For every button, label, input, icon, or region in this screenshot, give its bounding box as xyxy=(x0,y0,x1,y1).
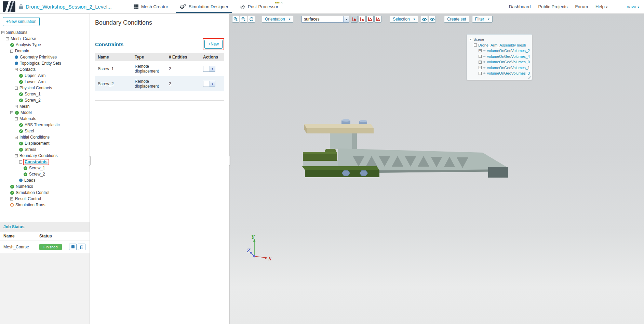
tree-item-simulations[interactable]: −Simulations xyxy=(0,29,90,36)
nav-dashboard[interactable]: Dashboard xyxy=(509,4,531,9)
tree-item-constraints[interactable]: −Constraints xyxy=(0,159,90,165)
tab-mesh-creator[interactable]: Mesh Creator xyxy=(128,0,174,13)
tab-post-processor[interactable]: BETA Post-Processor xyxy=(234,0,284,13)
mesh-quality-toggle-1[interactable] xyxy=(351,16,358,23)
tree-item-simulation-runs[interactable]: Simulation Runs xyxy=(0,202,90,208)
scene-volume[interactable]: +volumeOnGeoVolumes_3 xyxy=(469,70,530,76)
eye-icon[interactable] xyxy=(483,49,486,52)
eye-icon[interactable] xyxy=(483,61,486,63)
expand-icon[interactable]: + xyxy=(479,72,482,75)
collapse-icon[interactable]: − xyxy=(6,37,9,40)
collapse-icon[interactable]: − xyxy=(469,38,472,41)
expand-icon[interactable]: + xyxy=(10,197,13,200)
scene-mesh[interactable]: −Drone_Arm_Assembly mesh xyxy=(469,42,530,48)
tree-item-label[interactable]: Loads xyxy=(24,178,36,183)
tree-item-physical-contacts[interactable]: −Physical Contacts xyxy=(0,85,90,91)
collapse-icon[interactable]: − xyxy=(15,154,18,157)
hide-selected-button[interactable] xyxy=(421,16,428,23)
scene-item-label[interactable]: Scene xyxy=(473,37,484,41)
tree-item-label[interactable]: Topological Entity Sets xyxy=(20,61,61,66)
nav-public-projects[interactable]: Public Projects xyxy=(538,4,567,9)
scene-item-label[interactable]: volumeOnGeoVolumes_3 xyxy=(487,71,530,75)
tree-item-label[interactable]: ABS Thermoplastic xyxy=(25,122,60,127)
tree-item-label[interactable]: Upper_Arm xyxy=(25,73,45,78)
collapse-icon[interactable]: − xyxy=(15,68,18,71)
tree-item-analysis-type[interactable]: ✓Analysis Type xyxy=(0,42,90,48)
tree-item-screw-2[interactable]: ✓Screw_2 xyxy=(0,171,90,177)
tree-item-abs-thermoplastic[interactable]: ✓ABS Thermoplastic xyxy=(0,122,90,128)
collapse-icon[interactable]: − xyxy=(10,50,13,53)
tree-item-topological-entity-sets[interactable]: Topological Entity Sets xyxy=(0,60,90,66)
row-actions-dropdown[interactable]: ▼ xyxy=(203,66,215,72)
tab-simulation-designer[interactable]: Simulation Designer xyxy=(174,0,234,13)
tree-item-label[interactable]: Screw_2 xyxy=(29,172,45,177)
render-mode-select[interactable]: surfaces ▼ xyxy=(301,16,349,23)
tree-item-steel[interactable]: ✓Steel xyxy=(0,128,90,134)
tree-item-screw-1[interactable]: ✓Screw_1 xyxy=(0,165,90,171)
tree-item-label[interactable]: Mesh xyxy=(19,104,29,109)
bracket[interactable] xyxy=(330,133,357,149)
orientation-dropdown[interactable]: Orientation ▾ xyxy=(262,16,293,23)
expand-icon[interactable]: + xyxy=(479,66,482,69)
sidebar-resize-handle[interactable] xyxy=(89,156,91,166)
collapse-icon[interactable]: − xyxy=(15,136,18,139)
collapse-icon[interactable]: − xyxy=(10,111,13,114)
new-constraint-button[interactable]: +New xyxy=(204,40,223,49)
tree-item-loads[interactable]: Loads xyxy=(0,177,90,183)
drone-arm-model[interactable] xyxy=(298,119,517,196)
eye-icon[interactable] xyxy=(483,72,486,75)
zoom-in-button[interactable] xyxy=(232,16,239,23)
tree-item-label[interactable]: Screw_1 xyxy=(25,92,41,96)
tree-item-label[interactable]: Materials xyxy=(19,116,36,121)
eye-icon[interactable] xyxy=(483,66,486,69)
tree-item-boundary-conditions[interactable]: −Boundary Conditions xyxy=(0,153,90,159)
tree-item-label[interactable]: Constraints xyxy=(23,159,49,165)
create-set-button[interactable]: Create set xyxy=(444,16,469,23)
collapse-icon[interactable]: − xyxy=(15,117,18,120)
tree-item-contacts[interactable]: −Contacts xyxy=(0,66,90,73)
tree-item-mesh[interactable]: +Mesh xyxy=(0,103,90,109)
resize-corner-icon[interactable] xyxy=(528,76,531,79)
scene-volume[interactable]: +volumeOnGeoVolumes_2 xyxy=(469,48,530,54)
tree-item-displacement[interactable]: ✓Displacement xyxy=(0,140,90,146)
scene-item-label[interactable]: volumeOnGeoVolumes_2 xyxy=(487,49,530,53)
eye-icon[interactable] xyxy=(483,55,486,58)
row-actions-dropdown[interactable]: ▼ xyxy=(203,81,215,87)
help-menu[interactable]: Help▾ xyxy=(595,4,607,9)
tree-item-model[interactable]: −✓Model xyxy=(0,109,90,116)
tree-item-label[interactable]: Screw_1 xyxy=(29,166,45,170)
delete-job-button[interactable] xyxy=(78,244,85,250)
tree-item-simulation-control[interactable]: ✓Simulation Control xyxy=(0,190,90,196)
tree-item-label[interactable]: Simulations xyxy=(6,30,27,35)
scene-volume[interactable]: +volumeOnGeoVolumes_4 xyxy=(469,54,530,60)
tree-item-label[interactable]: Simulation Runs xyxy=(15,203,45,207)
mesh-quality-toggle-4[interactable] xyxy=(374,16,381,23)
tree-item-geometry-primitives[interactable]: Geometry Primitives xyxy=(0,54,90,60)
scene-volume[interactable]: +volumeOnGeoVolumes_1 xyxy=(469,65,530,71)
mesh-quality-toggle-3[interactable] xyxy=(366,16,374,23)
tree-item-label[interactable]: Physical Contacts xyxy=(19,86,52,90)
tree-item-label[interactable]: Numerics xyxy=(16,184,33,189)
collapse-icon[interactable]: − xyxy=(15,87,18,90)
expand-icon[interactable]: + xyxy=(479,61,482,64)
tree-item-initial-conditions[interactable]: −Initial Conditions xyxy=(0,134,90,140)
scene-volume[interactable]: +volumeOnGeoVolumes_0 xyxy=(469,59,530,65)
simscale-logo[interactable] xyxy=(3,1,15,12)
scene-item-label[interactable]: volumeOnGeoVolumes_0 xyxy=(487,60,530,64)
user-menu[interactable]: nava▾ xyxy=(627,4,639,9)
collapse-icon[interactable]: − xyxy=(1,31,4,34)
tree-item-label[interactable]: Result Control xyxy=(15,196,41,201)
fit-view-button[interactable] xyxy=(248,16,255,23)
constraint-row[interactable]: Screw_2Remote displacement2▼ xyxy=(95,76,224,91)
scene-item-label[interactable]: volumeOnGeoVolumes_4 xyxy=(487,54,530,59)
show-all-button[interactable] xyxy=(429,16,436,23)
collapse-icon[interactable]: − xyxy=(474,43,477,47)
tree-item-label[interactable]: Analysis Type xyxy=(16,42,41,47)
mesh-quality-toggle-2[interactable] xyxy=(359,16,366,23)
filter-dropdown[interactable]: Filter ▾ xyxy=(472,16,493,23)
tree-item-mesh-coarse[interactable]: −Mesh_Coarse xyxy=(0,36,90,42)
tree-item-label[interactable]: Contacts xyxy=(19,67,36,72)
tree-item-screw-2[interactable]: ✓Screw_2 xyxy=(0,97,90,103)
viewport-3d[interactable]: Orientation ▾ surfaces ▼ xyxy=(230,14,644,324)
tree-item-label[interactable]: Displacement xyxy=(25,141,50,146)
